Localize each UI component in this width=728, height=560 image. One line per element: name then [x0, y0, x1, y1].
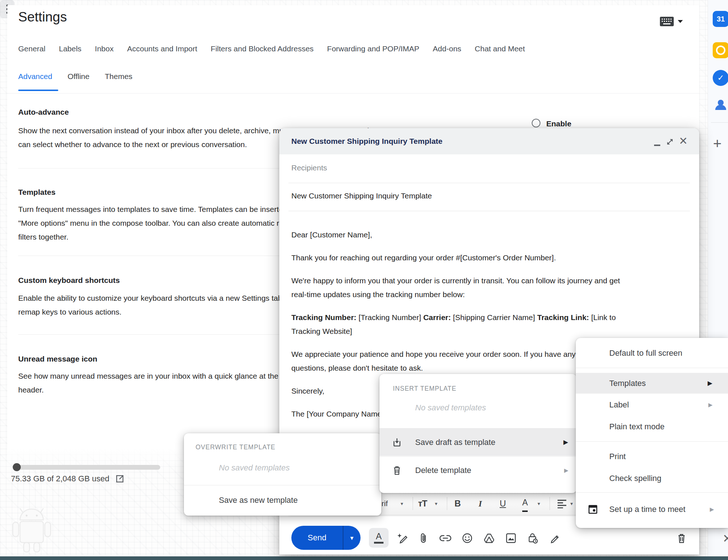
body-paragraph: Tracking Number: [Tracking Number] Carri…: [291, 311, 686, 338]
menu-item-label: Save draft as template: [415, 438, 495, 447]
print-item[interactable]: Print: [576, 447, 728, 466]
templates-menu-item[interactable]: Templates ▶: [576, 373, 728, 394]
delete-template-item[interactable]: Delete template ▶: [379, 457, 577, 484]
external-link-icon[interactable]: [115, 474, 125, 484]
text-color-caret-icon[interactable]: ▾: [538, 492, 540, 515]
confidential-mode-icon[interactable]: [523, 529, 542, 548]
close-icon[interactable]: ✕: [679, 135, 688, 147]
overwrite-template-header: OVERWRITE TEMPLATE: [196, 443, 275, 451]
insert-signature-icon[interactable]: [545, 529, 564, 548]
keyboard-icon: [660, 17, 674, 26]
insert-emoji-icon[interactable]: [458, 529, 477, 548]
section-desc-line: can select whether to advance to the nex…: [18, 138, 247, 151]
align-button[interactable]: [557, 499, 567, 508]
templates-submenu: INSERT TEMPLATE No saved templates Save …: [379, 374, 577, 493]
section-heading-templates: Templates: [18, 188, 55, 197]
menu-item-label: Print: [609, 452, 626, 461]
field-divider: [288, 183, 690, 183]
check-spelling-item[interactable]: Check spelling: [576, 469, 728, 488]
compose-header[interactable]: New Customer Shipping Inquiry Template ✕: [279, 128, 699, 154]
send-button[interactable]: Send ▼: [291, 526, 361, 550]
settings-tabs: General Labels Inbox Accounts and Import…: [18, 44, 525, 53]
menu-divider: [576, 492, 728, 493]
subject-field[interactable]: New Customer Shipping Inquiry Template: [291, 192, 432, 200]
storage-usage-text: 75.33 GB of 2,048 GB used: [11, 474, 109, 484]
page-title: Settings: [18, 9, 67, 25]
tab-chat-and-meet[interactable]: Chat and Meet: [475, 44, 525, 53]
menu-item-label: Delete template: [415, 466, 471, 475]
format-a-underline: [374, 542, 383, 544]
font-family-caret-icon[interactable]: ▾: [401, 492, 403, 515]
bold-button[interactable]: B: [454, 492, 461, 515]
underline-button[interactable]: U: [500, 492, 506, 515]
tab-filters-and-blocked-addresses[interactable]: Filters and Blocked Addresses: [211, 44, 314, 53]
submenu-arrow-icon: ▶: [710, 506, 714, 513]
screen: Settings General Labels Inbox Accounts a…: [0, 0, 728, 560]
italic-button[interactable]: I: [479, 492, 482, 515]
tab-offline[interactable]: Offline: [67, 72, 89, 81]
label-menu-item[interactable]: Label ▶: [576, 395, 728, 414]
section-heading-auto-advance: Auto-advance: [18, 108, 69, 117]
calendar-icon[interactable]: 31: [713, 11, 728, 27]
tab-themes[interactable]: Themes: [105, 72, 133, 81]
tab-inbox[interactable]: Inbox: [95, 44, 114, 53]
default-to-full-screen-item[interactable]: Default to full screen: [576, 344, 728, 363]
send-label: Send: [291, 533, 343, 543]
formatting-options-button[interactable]: A: [369, 528, 389, 548]
minimize-icon[interactable]: [654, 145, 660, 146]
pop-out-icon[interactable]: [666, 138, 674, 146]
tab-add-ons[interactable]: Add-ons: [433, 44, 461, 53]
calendar-meet-icon: [587, 504, 599, 515]
section-heading-unread-message-icon: Unread message icon: [18, 355, 97, 363]
compose-title: New Customer Shipping Inquiry Template: [291, 128, 442, 154]
section-heading-custom-keyboard-shortcuts: Custom keyboard shortcuts: [18, 276, 120, 285]
font-size-caret-icon[interactable]: ▾: [435, 492, 437, 515]
align-caret-icon[interactable]: ▾: [570, 492, 573, 515]
no-saved-templates-text: No saved templates: [415, 403, 486, 413]
tabs-divider: [7, 93, 699, 94]
insert-from-drive-icon[interactable]: [480, 529, 499, 548]
text-color-button[interactable]: A: [522, 494, 528, 512]
attach-file-icon[interactable]: [414, 529, 433, 548]
save-as-new-template-item[interactable]: Save as new template: [184, 485, 381, 515]
send-options-caret-icon[interactable]: ▼: [343, 535, 361, 541]
get-add-ons-button[interactable]: +: [713, 135, 721, 152]
tab-labels[interactable]: Labels: [59, 44, 82, 53]
contacts-icon[interactable]: [713, 97, 728, 113]
insert-photo-icon[interactable]: [501, 529, 520, 548]
discard-draft-icon[interactable]: [672, 529, 691, 548]
trash-icon: [393, 465, 401, 476]
input-tools-control[interactable]: [660, 17, 683, 26]
menu-item-label: Label: [609, 400, 629, 410]
insert-link-icon[interactable]: [436, 529, 455, 548]
font-size-button[interactable]: тT: [418, 492, 427, 515]
toolbar-separator: [447, 497, 447, 510]
side-panel-close-icon[interactable]: ✕: [723, 532, 728, 545]
no-saved-templates-text: No saved templates: [219, 463, 290, 473]
field-divider: [288, 211, 690, 211]
tab-general[interactable]: General: [18, 44, 46, 53]
plain-text-mode-item[interactable]: Plain text mode: [576, 417, 728, 436]
storage-usage: 75.33 GB of 2,048 GB used: [11, 474, 125, 484]
keep-bulb: [716, 46, 725, 55]
toolbar-separator: [550, 497, 550, 510]
menu-item-label: Templates: [609, 379, 646, 388]
tab-accounts-and-import[interactable]: Accounts and Import: [127, 44, 197, 53]
enable-radio-label: Enable: [546, 119, 571, 128]
section-desc-line: remap keys to various actions.: [18, 305, 122, 319]
tasks-icon[interactable]: ✓: [713, 70, 728, 86]
keep-icon[interactable]: [713, 42, 728, 58]
set-up-time-to-meet-item[interactable]: Set up a time to meet ▶: [576, 499, 728, 520]
android-robot-watermark: [9, 506, 56, 555]
storage-progress-bar: [13, 465, 160, 470]
save-draft-as-template-item[interactable]: Save draft as template ▶: [379, 429, 577, 456]
tab-advanced[interactable]: Advanced: [18, 72, 52, 81]
menu-item-label: Save as new template: [219, 496, 298, 505]
submenu-arrow-icon: ▶: [708, 402, 713, 408]
help-me-write-button[interactable]: [393, 529, 412, 548]
enable-radio[interactable]: [532, 119, 540, 127]
tab-forwarding-and-pop-imap[interactable]: Forwarding and POP/IMAP: [327, 44, 419, 53]
menu-divider: [576, 368, 728, 368]
side-panel-divider: [711, 122, 728, 123]
recipients-field[interactable]: Recipients: [291, 163, 327, 172]
